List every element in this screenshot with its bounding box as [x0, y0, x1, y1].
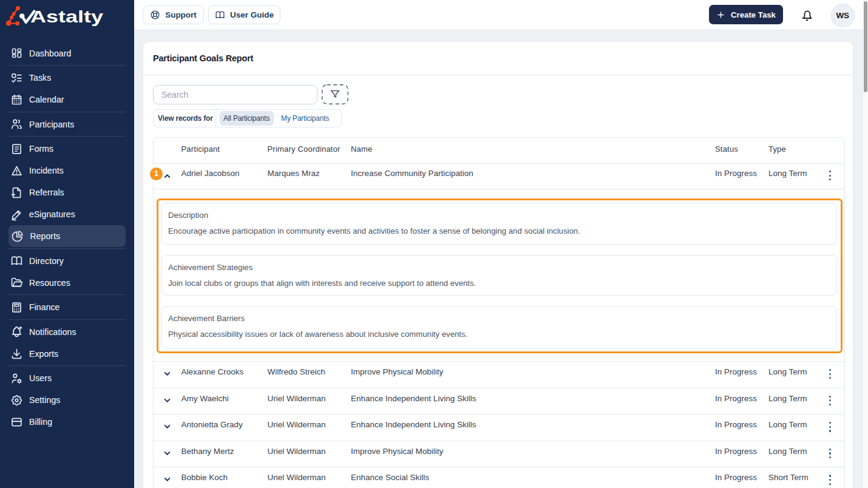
svg-text:Astalty: Astalty [30, 8, 103, 26]
